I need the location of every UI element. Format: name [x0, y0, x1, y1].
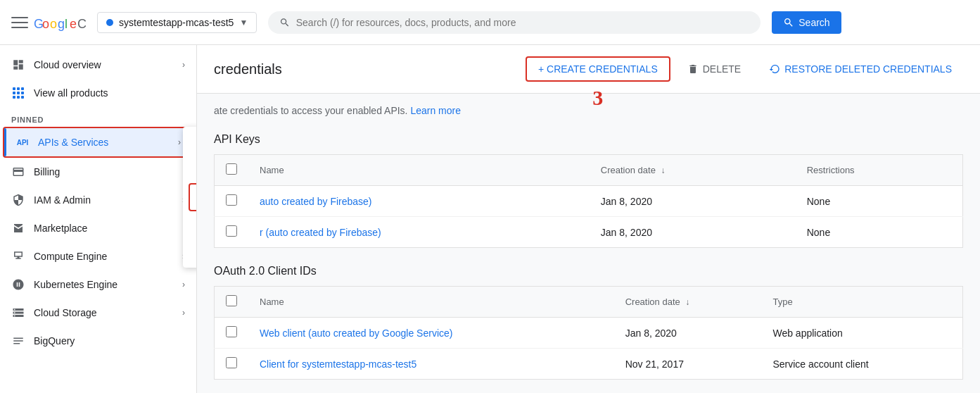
view-all-icon — [11, 86, 25, 100]
oauth-name-cell-2: Client for systemtestapp-mcas-test5 — [248, 349, 614, 380]
oauth-table: Name Creation date ↓ Type — [214, 286, 963, 380]
api-keys-table: Name Creation date ↓ Restrictions — [214, 154, 963, 248]
grid-icon — [13, 87, 24, 99]
dropdown-enabled-apis[interactable]: Enabled APIs & services — [183, 132, 197, 158]
bigquery-icon — [11, 334, 25, 348]
select-all-api-keys[interactable] — [226, 163, 237, 175]
sidebar: Cloud overview › View all products PINNE… — [0, 45, 197, 393]
row-checkbox-cell — [215, 217, 249, 248]
search-input[interactable] — [296, 17, 750, 28]
sidebar-item-view-all[interactable]: View all products — [0, 79, 196, 107]
oauth-creation-col[interactable]: Creation date ↓ — [614, 287, 762, 318]
apis-icon: API — [15, 135, 30, 149]
storage-label: Cloud Storage — [34, 307, 174, 318]
create-credentials-button[interactable]: + CREATE CREDENTIALS — [526, 56, 670, 82]
sidebar-item-iam[interactable]: IAM & Admin › — [0, 186, 196, 214]
restore-button[interactable]: RESTORE DELETED CREDENTIALS — [758, 58, 963, 80]
svg-text:o: o — [50, 17, 57, 31]
delete-button[interactable]: DELETE — [676, 58, 752, 80]
sidebar-item-apis-services[interactable]: API APIs & Services › 1 — [3, 127, 193, 158]
api-keys-name-col: Name — [248, 155, 590, 186]
oauth-checkbox-cell-2 — [215, 349, 249, 380]
storage-chevron: › — [182, 308, 185, 318]
oauth-checkbox-cell — [215, 318, 249, 349]
svg-text:l: l — [65, 17, 68, 31]
oauth-name-link-2[interactable]: Client for systemtestapp-mcas-test5 — [260, 358, 416, 370]
dropdown-oauth[interactable]: OAuth consent screen — [183, 211, 197, 237]
header-logo: G o o g l e Cloud — [11, 14, 86, 31]
billing-label: Billing — [34, 166, 185, 177]
layout: Cloud overview › View all products PINNE… — [0, 45, 980, 393]
oauth-title: OAuth 2.0 Client IDs — [214, 265, 963, 277]
project-selector[interactable]: systemtestapp-mcas-test5 ▼ — [97, 12, 257, 33]
oauth-date-cell: Jan 8, 2020 — [614, 318, 762, 349]
oauth-name-col: Name — [248, 287, 614, 318]
api-keys-restrictions-col: Restrictions — [796, 155, 963, 186]
oauth-row-checkbox-2[interactable] — [226, 357, 237, 368]
main-content: credentials + CREATE CREDENTIALS 3 DELET… — [197, 45, 980, 393]
chevron-down-icon: ▼ — [239, 18, 248, 27]
dropdown-page-usage[interactable]: Page usage agreements — [183, 237, 197, 262]
svg-text:g: g — [58, 17, 65, 31]
sidebar-item-billing[interactable]: Billing — [0, 158, 196, 186]
hamburger-icon[interactable] — [11, 14, 28, 31]
oauth-row-checkbox[interactable] — [226, 326, 237, 337]
apis-services-label: APIs & Services — [38, 137, 170, 148]
api-keys-creation-col[interactable]: Creation date ↓ — [590, 155, 796, 186]
api-key-name-link-2[interactable]: r (auto created by Firebase) — [260, 227, 381, 238]
api-key-date-cell-2: Jan 8, 2020 — [590, 217, 796, 248]
sidebar-item-storage[interactable]: Cloud Storage › — [0, 299, 196, 327]
oauth-type-cell: Web application — [761, 318, 962, 349]
sidebar-item-cloud-overview[interactable]: Cloud overview › — [0, 51, 196, 79]
api-key-name-link[interactable]: auto created by Firebase) — [260, 196, 372, 207]
row-checkbox[interactable] — [226, 194, 237, 206]
svg-text:Cloud: Cloud — [77, 17, 86, 31]
api-key-restrictions-cell: None — [796, 186, 963, 217]
storage-icon — [11, 306, 25, 320]
select-all-oauth[interactable] — [226, 295, 237, 306]
sidebar-item-compute[interactable]: Compute Engine › — [0, 242, 196, 270]
api-keys-checkbox-col — [215, 155, 249, 186]
compute-label: Compute Engine — [34, 251, 174, 262]
oauth-type-col: Type — [761, 287, 962, 318]
row-checkbox-cell — [215, 186, 249, 217]
api-key-date-cell: Jan 8, 2020 — [590, 186, 796, 217]
cloud-overview-label: Cloud overview — [34, 59, 174, 70]
content-header: credentials + CREATE CREDENTIALS 3 DELET… — [197, 45, 980, 94]
api-keys-header-row: Name Creation date ↓ Restrictions — [215, 155, 963, 186]
svg-text:e: e — [70, 17, 77, 31]
oauth-name-cell: Web client (auto created by Google Servi… — [248, 318, 614, 349]
dropdown-library[interactable]: Library — [183, 158, 197, 183]
apis-services-container: API APIs & Services › 1 Enabled APIs & s… — [0, 127, 196, 158]
search-icon-bar — [279, 17, 290, 28]
sidebar-item-kubernetes[interactable]: Kubernetes Engine › — [0, 270, 196, 299]
bigquery-label: BigQuery — [34, 335, 185, 347]
api-keys-title: API Keys — [214, 133, 963, 146]
billing-icon — [11, 165, 25, 179]
header: G o o g l e Cloud systemtestapp-mcas-tes… — [0, 0, 980, 45]
iam-icon — [11, 193, 25, 207]
active-border — [4, 128, 6, 156]
table-row: r (auto created by Firebase) Jan 8, 2020… — [215, 217, 963, 248]
restore-icon — [769, 63, 780, 75]
sidebar-item-bigquery[interactable]: BigQuery — [0, 327, 196, 355]
table-row: auto created by Firebase) Jan 8, 2020 No… — [215, 186, 963, 217]
kubernetes-chevron: › — [182, 280, 185, 289]
logo-text: G o o g l e Cloud — [34, 14, 86, 31]
search-button[interactable]: Search — [772, 11, 841, 34]
learn-more-link[interactable]: Learn more — [410, 105, 461, 116]
iam-label: IAM & Admin — [34, 194, 174, 206]
dropdown-credentials[interactable]: Credentials 2 — [189, 183, 197, 211]
info-text: ate credentials to access your enabled A… — [214, 105, 963, 116]
apis-dropdown-menu: Enabled APIs & services Library Credenti… — [183, 127, 197, 268]
marketplace-label: Marketplace — [34, 223, 185, 234]
sidebar-item-marketplace[interactable]: Marketplace — [0, 214, 196, 242]
toolbar: + CREATE CREDENTIALS 3 DELETE RESTORE DE… — [526, 56, 963, 82]
sort-icon: ↓ — [661, 166, 666, 175]
svg-text:o: o — [42, 17, 49, 31]
row-checkbox[interactable] — [226, 225, 237, 237]
search-bar — [268, 11, 761, 34]
oauth-header-row: Name Creation date ↓ Type — [215, 287, 963, 318]
oauth-name-link[interactable]: Web client (auto created by Google Servi… — [260, 328, 452, 339]
oauth-type-cell-2: Service account client — [761, 349, 962, 380]
